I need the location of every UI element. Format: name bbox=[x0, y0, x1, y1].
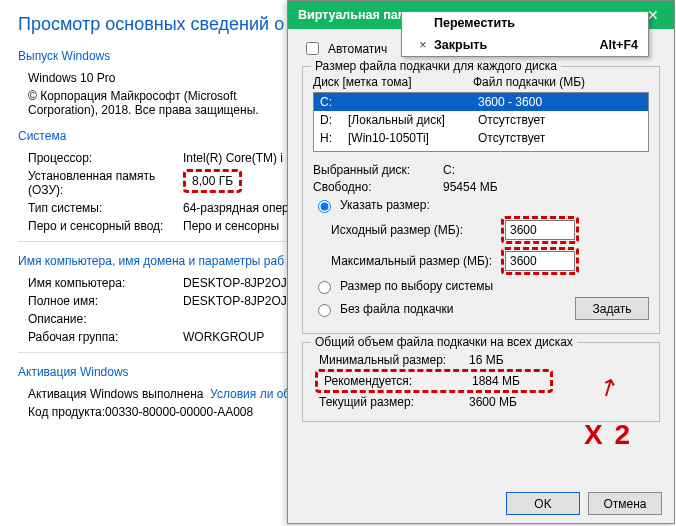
system-managed-label: Размер по выбору системы bbox=[340, 279, 493, 293]
copyright-text: © Корпорация Майкрософт (Microsoft Corpo… bbox=[28, 89, 268, 117]
min-size-label: Минимальный размер: bbox=[319, 353, 469, 367]
wg-label: Рабочая группа: bbox=[28, 330, 183, 344]
custom-size-radio[interactable] bbox=[318, 200, 331, 213]
product-id-value: 00330-80000-00000-AA008 bbox=[105, 405, 253, 419]
per-drive-group-title: Размер файла подкачки для каждого диска bbox=[311, 59, 561, 73]
cn-label: Имя компьютера: bbox=[28, 276, 183, 290]
initial-size-highlight bbox=[501, 216, 579, 244]
disk-row[interactable]: H: [Win10-1050Ti] Отсутствует bbox=[314, 129, 648, 147]
cancel-button[interactable]: Отмена bbox=[588, 492, 662, 515]
recommended-label: Рекомендуется: bbox=[324, 374, 472, 388]
wg-value: WORKGROUP bbox=[183, 330, 264, 344]
disk-list[interactable]: C: 3600 - 3600 D: [Локальный диск] Отсут… bbox=[313, 92, 649, 152]
window-system-menu: Переместить × Закрыть Alt+F4 bbox=[401, 11, 649, 57]
menu-move[interactable]: Переместить bbox=[402, 12, 648, 34]
recommended-value: 1884 МБ bbox=[472, 374, 520, 388]
pen-value: Перо и сенсорны bbox=[183, 219, 279, 233]
total-group-title: Общий объем файла подкачки на всех диска… bbox=[311, 335, 577, 349]
menu-close[interactable]: × Закрыть Alt+F4 bbox=[402, 34, 648, 56]
desc-label: Описание: bbox=[28, 312, 183, 326]
cpu-value: Intel(R) Core(TM) i bbox=[183, 151, 283, 165]
disk-head-drive: Диск [метка тома] bbox=[313, 75, 473, 89]
max-size-input[interactable] bbox=[505, 251, 575, 271]
free-space-value: 95454 МБ bbox=[443, 180, 498, 194]
annotation-times-two: X 2 bbox=[584, 419, 632, 451]
close-icon: × bbox=[412, 38, 434, 52]
fn-value: DESKTOP-8JP2OJT bbox=[183, 294, 294, 308]
fn-label: Полное имя: bbox=[28, 294, 183, 308]
no-pagefile-label: Без файла подкачки bbox=[340, 302, 453, 316]
systype-value: 64-разрядная опер bbox=[183, 201, 289, 215]
max-size-label: Максимальный размер (МБ): bbox=[331, 254, 501, 268]
systype-label: Тип системы: bbox=[28, 201, 183, 215]
ram-label: Установленная память (ОЗУ): bbox=[28, 169, 183, 197]
ok-button[interactable]: OK bbox=[506, 492, 580, 515]
ram-value-highlight: 8,00 ГБ bbox=[183, 169, 242, 193]
current-size-value: 3600 МБ bbox=[469, 395, 517, 409]
system-managed-radio[interactable] bbox=[318, 281, 331, 294]
current-size-label: Текущий размер: bbox=[319, 395, 469, 409]
auto-manage-checkbox[interactable] bbox=[306, 42, 319, 55]
disk-head-pf: Файл подкачки (МБ) bbox=[473, 75, 585, 89]
pen-label: Перо и сенсорный ввод: bbox=[28, 219, 183, 233]
auto-manage-label: Автоматич bbox=[328, 42, 387, 56]
selected-disk-value: C: bbox=[443, 163, 455, 177]
initial-size-input[interactable] bbox=[505, 220, 575, 240]
no-pagefile-radio[interactable] bbox=[318, 304, 331, 317]
free-space-label: Свободно: bbox=[313, 180, 443, 194]
activation-text: Активация Windows выполнена bbox=[28, 387, 203, 401]
product-id-label: Код продукта: bbox=[28, 405, 105, 419]
cn-value: DESKTOP-8JP2OJT bbox=[183, 276, 294, 290]
disk-row[interactable]: C: 3600 - 3600 bbox=[314, 93, 648, 111]
disk-row[interactable]: D: [Локальный диск] Отсутствует bbox=[314, 111, 648, 129]
set-button[interactable]: Задать bbox=[575, 297, 649, 320]
cpu-label: Процессор: bbox=[28, 151, 183, 165]
custom-size-label: Указать размер: bbox=[340, 198, 430, 212]
max-size-highlight bbox=[501, 247, 579, 275]
windows-release: Windows 10 Pro bbox=[28, 71, 115, 85]
per-drive-group: Размер файла подкачки для каждого диска … bbox=[302, 66, 660, 334]
min-size-value: 16 МБ bbox=[469, 353, 504, 367]
selected-disk-label: Выбранный диск: bbox=[313, 163, 443, 177]
initial-size-label: Исходный размер (МБ): bbox=[331, 223, 501, 237]
